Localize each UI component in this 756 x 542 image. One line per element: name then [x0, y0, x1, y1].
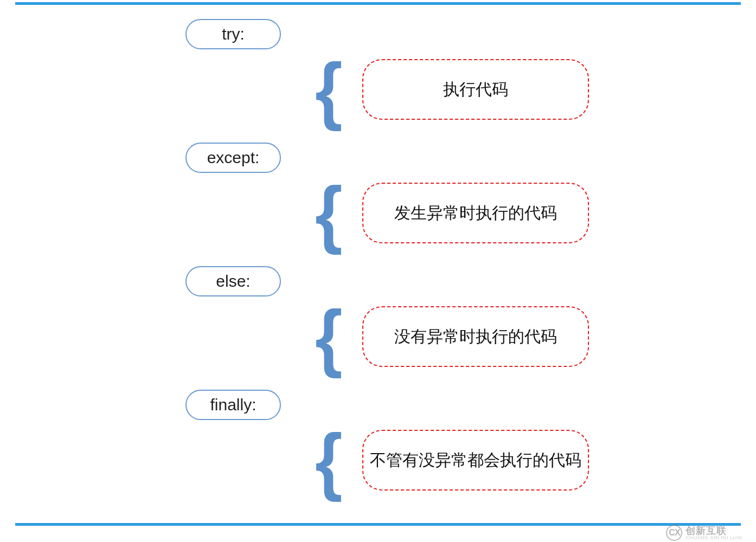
watermark-main: 创新互联 [685, 526, 742, 535]
brace-icon: { [315, 300, 343, 375]
diagram-frame: try: { 执行代码 except: { 发生异常时执行的代码 else: {… [15, 2, 741, 526]
keyword-else: else: [185, 266, 281, 296]
keyword-try: try: [185, 19, 281, 49]
block-else: else: { 没有异常时执行的代码 [15, 262, 741, 385]
keyword-except: except: [185, 143, 281, 173]
keyword-finally: finally: [185, 390, 281, 420]
watermark-sub: CHUANG XIN HU LIAN [685, 535, 742, 540]
watermark-text: 创新互联 CHUANG XIN HU LIAN [685, 526, 742, 540]
diagram-content: try: { 执行代码 except: { 发生异常时执行的代码 else: {… [15, 5, 741, 523]
watermark-logo-icon: CX [666, 525, 682, 541]
desc-try: 执行代码 [362, 59, 589, 120]
block-except: except: { 发生异常时执行的代码 [15, 138, 741, 262]
block-finally: finally: { 不管有没异常都会执行的代码 [15, 385, 741, 509]
block-try: try: { 执行代码 [15, 15, 741, 138]
brace-icon: { [315, 177, 343, 251]
brace-icon: { [315, 53, 343, 127]
desc-finally: 不管有没异常都会执行的代码 [362, 430, 589, 491]
watermark: CX 创新互联 CHUANG XIN HU LIAN [666, 525, 742, 541]
desc-except: 发生异常时执行的代码 [362, 183, 589, 243]
desc-else: 没有异常时执行的代码 [362, 306, 589, 367]
brace-icon: { [315, 424, 343, 498]
